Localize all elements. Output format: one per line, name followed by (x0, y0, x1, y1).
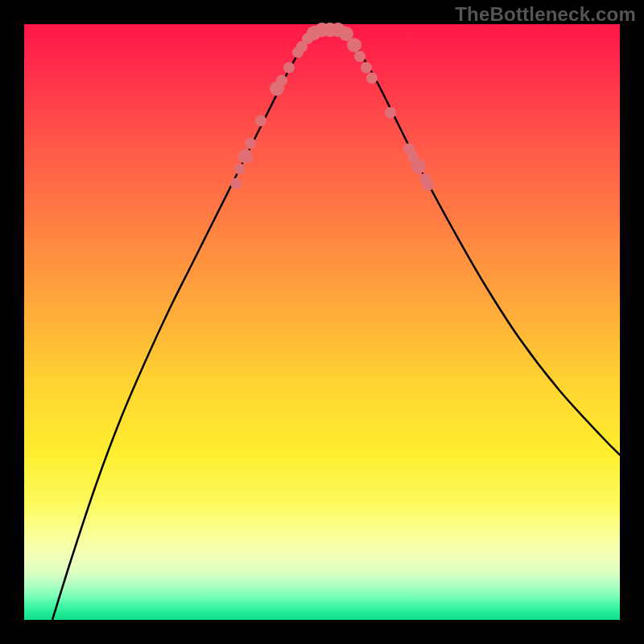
curve-line (52, 29, 620, 620)
data-marker (354, 51, 365, 62)
watermark-text: TheBottleneck.com (455, 3, 636, 26)
data-marker (230, 178, 242, 189)
data-marker (347, 38, 361, 52)
data-marker (361, 62, 372, 73)
chart-svg (24, 24, 620, 620)
data-marker (255, 115, 266, 126)
data-marker (411, 159, 426, 174)
data-marker (245, 138, 256, 149)
data-marker (234, 163, 246, 175)
data-marker (385, 107, 396, 118)
data-marker (276, 75, 287, 86)
data-marker (366, 72, 378, 84)
chart-frame: TheBottleneck.com (0, 0, 644, 644)
plot-area (24, 24, 620, 620)
data-marker (423, 180, 434, 191)
data-marker (238, 149, 253, 163)
data-marker (283, 62, 295, 73)
data-markers (230, 23, 434, 191)
